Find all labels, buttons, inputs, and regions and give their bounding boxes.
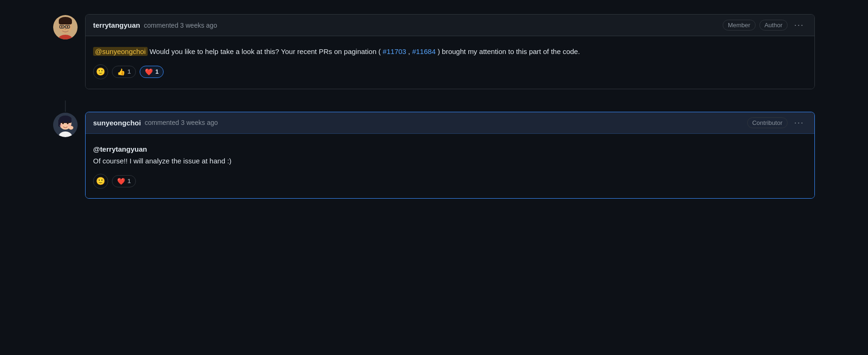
svg-point-18 xyxy=(67,122,69,124)
comment-text-sunyeong-line1: @terrytangyuan xyxy=(93,143,807,155)
heart-count-sunyeong: 1 xyxy=(127,178,131,185)
badge-author: Author xyxy=(759,20,788,31)
comments-container: terrytangyuan commented 3 weeks ago Memb… xyxy=(34,9,834,215)
svg-point-21 xyxy=(69,126,73,130)
mention-terrytangyuan[interactable]: @terrytangyuan xyxy=(93,145,147,153)
svg-point-17 xyxy=(62,122,64,124)
more-options-terry[interactable]: ··· xyxy=(791,19,807,31)
comment-header-right-sunyeong: Contributor ··· xyxy=(747,117,807,129)
avatar-terry xyxy=(53,15,78,39)
comment-author-sunyeong: sunyeongchoi xyxy=(93,119,141,127)
comment-body-sunyeong: @terrytangyuan Of course!! I will analyz… xyxy=(86,134,814,198)
add-reaction-button-sunyeong[interactable]: 🙂 xyxy=(93,174,108,189)
comment-box-sunyeong: sunyeongchoi commented 3 weeks ago Contr… xyxy=(85,112,815,199)
comment-header-left-terry: terrytangyuan commented 3 weeks ago xyxy=(93,21,217,29)
comment-header-sunyeong: sunyeongchoi commented 3 weeks ago Contr… xyxy=(86,112,814,134)
reactions-sunyeong: 🙂 ❤️ 1 xyxy=(93,174,807,189)
badge-member: Member xyxy=(723,20,756,31)
comment-wrapper-terry: terrytangyuan commented 3 weeks ago Memb… xyxy=(53,14,815,89)
smiley-icon: 🙂 xyxy=(96,67,105,76)
more-options-sunyeong[interactable]: ··· xyxy=(791,117,807,129)
svg-point-19 xyxy=(60,124,63,126)
svg-rect-3 xyxy=(59,20,72,24)
mention-sunyeongchoi[interactable]: @sunyeongchoi xyxy=(93,47,148,56)
avatar-sunyeong xyxy=(53,113,78,137)
comment-header-terry: terrytangyuan commented 3 weeks ago Memb… xyxy=(86,15,814,36)
svg-point-9 xyxy=(64,29,66,30)
svg-point-7 xyxy=(61,26,63,28)
thumbsup-icon: 👍 xyxy=(117,68,125,76)
comment-text-sunyeong-line2: Of course!! I will analyze the issue at … xyxy=(93,155,807,167)
badge-contributor: Contributor xyxy=(747,117,788,128)
heart-count-terry: 1 xyxy=(155,68,158,75)
comment-wrapper-sunyeong: sunyeongchoi commented 3 weeks ago Contr… xyxy=(53,112,815,199)
pr-link-11684[interactable]: #11684 xyxy=(412,47,435,55)
pr-link-11703[interactable]: #11703 xyxy=(383,47,406,55)
reactions-terry: 🙂 👍 1 ❤️ 1 xyxy=(93,64,807,79)
heart-icon-sunyeong: ❤️ xyxy=(117,178,125,185)
connector-line xyxy=(65,100,66,112)
comment-text-part2: ) brought my attention to this part of t… xyxy=(438,47,580,55)
comment-box-terry: terrytangyuan commented 3 weeks ago Memb… xyxy=(85,14,815,89)
comment-header-left-sunyeong: sunyeongchoi commented 3 weeks ago xyxy=(93,119,218,127)
comment-body-terry: @sunyeongchoi Would you like to help tak… xyxy=(86,36,814,89)
svg-rect-15 xyxy=(59,117,71,123)
comment-author-terry: terrytangyuan xyxy=(93,21,140,29)
comment-text-part1: Would you like to help take a look at th… xyxy=(150,47,381,55)
add-reaction-button-terry[interactable]: 🙂 xyxy=(93,64,108,79)
thumbsup-reaction-terry[interactable]: 👍 1 xyxy=(112,66,136,78)
comment-header-right-terry: Member Author ··· xyxy=(723,19,807,31)
heart-reaction-sunyeong[interactable]: ❤️ 1 xyxy=(112,175,136,187)
thumbsup-count-terry: 1 xyxy=(127,68,131,75)
svg-point-8 xyxy=(67,26,68,28)
smiley-icon-sunyeong: 🙂 xyxy=(96,177,105,185)
comment-meta-sunyeong: commented 3 weeks ago xyxy=(145,119,218,126)
comment-text-terry: @sunyeongchoi Would you like to help tak… xyxy=(93,46,807,58)
heart-icon-terry: ❤️ xyxy=(145,68,153,76)
heart-reaction-terry[interactable]: ❤️ 1 xyxy=(140,66,164,78)
comment-meta-terry: commented 3 weeks ago xyxy=(144,22,217,29)
